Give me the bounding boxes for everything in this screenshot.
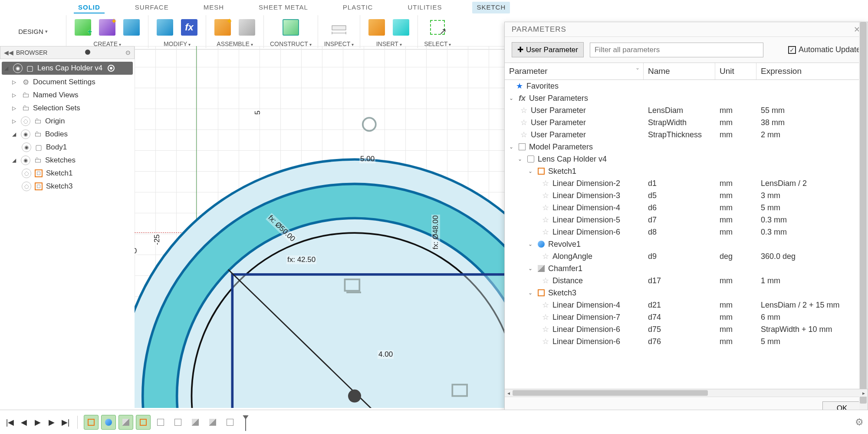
favorite-star-icon[interactable]: ☆ bbox=[542, 203, 549, 212]
tree-bodies[interactable]: ◢◉🗀Bodies bbox=[0, 128, 135, 141]
favorites-group[interactable]: ★Favorites bbox=[505, 80, 868, 92]
parameter-name[interactable]: StrapWidth bbox=[644, 117, 715, 128]
parameter-expression[interactable]: 5 mm bbox=[756, 202, 868, 213]
favorite-star-icon[interactable]: ☆ bbox=[542, 179, 549, 188]
favorite-star-icon[interactable]: ☆ bbox=[542, 300, 549, 310]
parameter-row[interactable]: ☆Linear Dimension-5 d7 mm 0.3 mm bbox=[505, 214, 868, 226]
column-unit[interactable]: Unit bbox=[715, 63, 756, 80]
parameters-body[interactable]: ★Favorites ⌄fxUser Parameters ☆User Para… bbox=[505, 80, 868, 389]
tree-root[interactable]: ◢ ◉ ▢ Lens Cap Holder v4 bbox=[2, 62, 133, 75]
browser-collapse-icon[interactable]: ◀◀ bbox=[4, 49, 13, 56]
tree-sketches[interactable]: ◢◉🗀Sketches bbox=[0, 154, 135, 167]
parameter-row[interactable]: ☆Linear Dimension-2 d1 mm LensDiam / 2 bbox=[505, 177, 868, 189]
parameter-name[interactable]: d6 bbox=[644, 202, 715, 213]
column-expression[interactable]: Expression bbox=[756, 63, 868, 80]
parameter-row[interactable]: ☆Linear Dimension-6 d8 mm 0.3 mm bbox=[505, 226, 868, 238]
parameter-unit[interactable]: mm bbox=[715, 117, 756, 128]
parameter-row[interactable]: ☆Linear Dimension-6 d75 mm StrapWidth + … bbox=[505, 323, 868, 335]
construct-plane-icon[interactable] bbox=[280, 17, 301, 38]
scrollbar-thumb[interactable] bbox=[860, 80, 867, 389]
feature-group-chamfer1[interactable]: ⌄Chamfer1 bbox=[505, 262, 868, 275]
tree-expand-icon[interactable]: ▷ bbox=[12, 79, 18, 85]
parameter-name[interactable]: d8 bbox=[644, 227, 715, 238]
parameter-row[interactable]: ☆Linear Dimension-6 d76 mm 5 mm bbox=[505, 335, 868, 348]
chevron-down-icon[interactable]: ⌄ bbox=[528, 290, 534, 296]
parameter-name[interactable]: LensDiam bbox=[644, 105, 715, 116]
vertical-scrollbar[interactable] bbox=[859, 80, 868, 389]
parameter-name[interactable]: StrapThickness bbox=[644, 129, 715, 140]
parameter-row[interactable]: ☆Linear Dimension-3 d5 mm 3 mm bbox=[505, 189, 868, 202]
tree-doc-settings[interactable]: ▷⚙Document Settings bbox=[0, 76, 135, 89]
horizontal-scrollbar[interactable]: ◂ ▸ bbox=[505, 389, 868, 397]
create-form-icon[interactable] bbox=[97, 17, 118, 38]
tree-expand-icon[interactable]: ◢ bbox=[12, 157, 18, 163]
visibility-toggle[interactable]: ◌ bbox=[22, 182, 31, 191]
parameter-unit[interactable]: mm bbox=[715, 129, 756, 140]
parameter-expression[interactable]: 3 mm bbox=[756, 190, 868, 201]
timeline-feature-8[interactable] bbox=[205, 415, 220, 430]
scrollbar-thumb[interactable] bbox=[513, 390, 708, 396]
parameter-expression[interactable]: 5 mm bbox=[756, 336, 868, 347]
parameter-expression[interactable]: 55 mm bbox=[756, 105, 868, 116]
parameter-name[interactable]: d5 bbox=[644, 190, 715, 201]
visibility-toggle[interactable]: ◉ bbox=[13, 63, 23, 73]
timeline-feature-chamfer[interactable] bbox=[118, 415, 133, 430]
tree-sketch1[interactable]: ◌Sketch1 bbox=[0, 167, 135, 180]
parameter-name[interactable]: d9 bbox=[644, 251, 715, 262]
timeline-settings-icon[interactable]: ⚙ bbox=[855, 417, 864, 428]
dimension-6[interactable]: 6.00 bbox=[135, 247, 138, 255]
timeline-step-forward-icon[interactable]: ▶ bbox=[46, 417, 57, 428]
browser-hide-button[interactable] bbox=[82, 49, 90, 56]
timeline-feature-7[interactable] bbox=[188, 415, 203, 430]
parameters-titlebar[interactable]: PARAMETERS ✕ bbox=[505, 22, 868, 37]
visibility-toggle[interactable]: ◉ bbox=[21, 156, 30, 165]
favorite-star-icon[interactable]: ☆ bbox=[542, 252, 549, 261]
timeline-end-icon[interactable]: ▶| bbox=[60, 417, 71, 428]
tab-utilities[interactable]: UTILITIES bbox=[403, 2, 446, 13]
sort-caret-icon[interactable]: ⌄ bbox=[635, 65, 640, 71]
parameter-row[interactable]: ☆Linear Dimension-7 d74 mm 6 mm bbox=[505, 311, 868, 323]
parameter-row[interactable]: ☆User Parameter StrapThickness mm 2 mm bbox=[505, 129, 868, 141]
component-group[interactable]: ⌄Lens Cap Holder v4 bbox=[505, 153, 868, 165]
filter-parameters-input[interactable] bbox=[590, 43, 763, 57]
tab-sketch[interactable]: SKETCH bbox=[472, 2, 510, 13]
scroll-right-icon[interactable]: ▸ bbox=[860, 389, 868, 397]
tree-origin[interactable]: ▷◌🗀Origin bbox=[0, 115, 135, 128]
timeline-play-icon[interactable]: ▶ bbox=[32, 417, 43, 428]
chevron-down-icon[interactable]: ⌄ bbox=[509, 144, 515, 150]
tree-expand-icon[interactable]: ▷ bbox=[12, 118, 18, 124]
chevron-down-icon[interactable]: ⌄ bbox=[509, 95, 515, 101]
favorite-star-icon[interactable]: ☆ bbox=[542, 337, 549, 346]
tree-expand-icon[interactable]: ▷ bbox=[12, 92, 18, 98]
favorite-star-icon[interactable]: ☆ bbox=[542, 191, 549, 200]
chevron-down-icon[interactable]: ⌄ bbox=[528, 168, 534, 174]
favorite-star-icon[interactable]: ☆ bbox=[520, 130, 527, 139]
favorite-star-icon[interactable]: ☆ bbox=[542, 312, 549, 322]
parameter-row[interactable]: ☆Linear Dimension-4 d21 mm LensDiam / 2 … bbox=[505, 299, 868, 311]
tab-mesh[interactable]: MESH bbox=[199, 2, 228, 13]
favorite-star-icon[interactable]: ☆ bbox=[542, 325, 549, 334]
add-user-parameter-button[interactable]: ✚User Parameter bbox=[512, 42, 584, 57]
tree-expand-icon[interactable]: ▷ bbox=[12, 105, 18, 111]
parameter-row[interactable]: ☆Linear Dimension-4 d6 mm 5 mm bbox=[505, 202, 868, 214]
parameter-expression[interactable]: 1 mm bbox=[756, 275, 868, 286]
tree-named-views[interactable]: ▷🗀Named Views bbox=[0, 89, 135, 102]
feature-group-sketch3[interactable]: ⌄Sketch3 bbox=[505, 287, 868, 299]
favorite-star-icon[interactable]: ☆ bbox=[542, 215, 549, 225]
parameter-expression[interactable]: 6 mm bbox=[756, 312, 868, 323]
parameter-expression[interactable]: 2 mm bbox=[756, 129, 868, 140]
automatic-update-checkbox[interactable]: ✓Automatic Update bbox=[788, 45, 861, 54]
parameter-unit[interactable]: mm bbox=[715, 105, 756, 116]
user-parameters-group[interactable]: ⌄fxUser Parameters bbox=[505, 92, 868, 104]
timeline-marker[interactable] bbox=[243, 414, 249, 431]
parameter-name[interactable]: d21 bbox=[644, 300, 715, 311]
parameter-unit[interactable]: mm bbox=[715, 300, 756, 311]
tree-selection-sets[interactable]: ▷🗀Selection Sets bbox=[0, 102, 135, 115]
activate-component-icon[interactable] bbox=[108, 65, 115, 72]
dimension-5[interactable]: 5.00 bbox=[359, 155, 375, 163]
parameters-icon[interactable]: fx bbox=[179, 17, 200, 38]
favorite-star-icon[interactable]: ☆ bbox=[520, 106, 527, 115]
chevron-down-icon[interactable]: ⌄ bbox=[518, 156, 524, 162]
timeline-feature-sketch1[interactable] bbox=[84, 415, 99, 430]
parameter-unit[interactable]: mm bbox=[715, 215, 756, 225]
